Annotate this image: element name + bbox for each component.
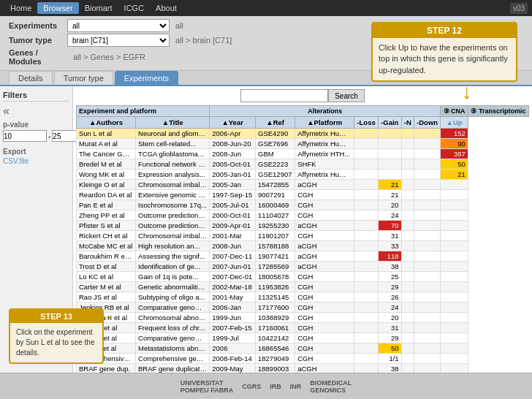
table-row[interactable]: Wong MK et al Expression analysis... 200… xyxy=(77,170,529,180)
tab-details[interactable]: Details xyxy=(9,71,53,85)
navbar-item-icgc[interactable]: ICGC xyxy=(118,2,151,14)
navbar-item-browser[interactable]: Browser xyxy=(37,2,78,14)
navbar-item-about[interactable]: About xyxy=(150,2,183,14)
cell-trans-up xyxy=(441,272,468,282)
cell-trans-n xyxy=(401,200,414,210)
cell-ref: 11325145 xyxy=(256,292,295,303)
table-row[interactable]: Murat A et al Stem cell-related... 2008-… xyxy=(77,139,529,149)
authors-header[interactable]: ▲Authors xyxy=(77,117,136,129)
cell-title: Genetic abnormalitie... xyxy=(136,282,210,292)
cell-trans-n xyxy=(401,292,414,303)
tumor-type-select[interactable]: brain [C71] xyxy=(67,34,170,47)
cell-trans-n xyxy=(401,343,414,354)
cell-ref: 11104027 xyxy=(256,210,295,221)
navbar-item-biomart[interactable]: Biomart xyxy=(79,2,118,14)
search-input[interactable] xyxy=(240,89,328,102)
navbar-item-home[interactable]: Home xyxy=(4,2,37,14)
title-header[interactable]: ▲Title xyxy=(136,117,210,129)
table-row[interactable]: Sun L et al Neuronal and glioma... 2006-… xyxy=(77,129,529,139)
trans-down-header[interactable]: -Down xyxy=(414,117,440,129)
cell-platform: Affymetrix HTH... xyxy=(295,149,354,159)
cell-trans-up: 50 xyxy=(441,159,468,170)
cell-platform: CGH xyxy=(295,333,354,343)
search-button[interactable]: Search xyxy=(328,89,365,102)
cell-cna-gain xyxy=(378,149,401,159)
cell-trans-n xyxy=(401,170,414,180)
table-row[interactable]: Brat DJ et al Frequent loss of chr... 20… xyxy=(77,323,529,333)
cell-trans-up xyxy=(441,210,468,221)
cell-trans-down xyxy=(414,190,440,200)
cell-ref: 15472855 xyxy=(256,180,295,190)
trans-n-header[interactable]: -N xyxy=(401,117,414,129)
table-row[interactable]: Lo KC et al Gain of 1q is pote... 2007-D… xyxy=(77,272,529,282)
cell-title: Chromosomal abnormal... xyxy=(136,313,210,323)
cell-title: Stem cell-related... xyxy=(136,139,210,149)
cell-cna-gain: 38 xyxy=(378,262,401,272)
cell-ref: 17160061 xyxy=(256,323,295,333)
cell-trans-n xyxy=(401,180,414,190)
cell-trans-n xyxy=(401,241,414,251)
cell-trans-up xyxy=(441,180,468,190)
table-row[interactable]: Reardon DA et al Extensive genomic ab...… xyxy=(77,190,529,200)
cell-trans-n xyxy=(401,210,414,221)
cell-year: 2000-Oct-01 xyxy=(210,210,256,221)
cell-ref: 15788188 xyxy=(256,241,295,251)
cell-ref: 19255230 xyxy=(256,221,295,231)
experiments-select[interactable]: all xyxy=(67,19,170,32)
cell-trans-down xyxy=(414,221,440,231)
cell-trans-n xyxy=(401,231,414,241)
cell-year: 1999-Jun xyxy=(210,313,256,323)
cell-authors: McCabe MC et al xyxy=(77,241,136,251)
ref-header[interactable]: ▲Ref xyxy=(256,117,295,129)
table-row[interactable]: Rao JS et al Comparative genomic... 1999… xyxy=(77,333,529,343)
cell-ref: 11953826 xyxy=(256,282,295,292)
footer-logo-5: BIOMEDICALGENOMICS xyxy=(310,379,352,394)
tab-tumor-type[interactable]: Tumor type xyxy=(54,71,113,85)
table-row[interactable]: Trost D et al Identification of ge... 20… xyxy=(77,262,529,272)
cell-authors: Wong MK et al xyxy=(77,170,136,180)
cell-trans-down xyxy=(414,262,440,272)
table-row[interactable]: Pfister S et al Outcome prediction 1... … xyxy=(77,221,529,231)
cell-cna-gain: 1/1 xyxy=(378,354,401,364)
table-row[interactable]: Tews B et al Metastatistoms abno... 2006… xyxy=(77,343,529,354)
cell-trans-up xyxy=(441,333,468,343)
platform-header[interactable]: ▲Platform xyxy=(295,117,354,129)
table-row[interactable]: Carter M et al Genetic abnormalitie... 2… xyxy=(77,282,529,292)
cell-year: 2008-Jun xyxy=(210,149,256,159)
table-row[interactable]: Bredel M et al Functional network a... 2… xyxy=(77,159,529,170)
table-row[interactable]: The Cancer Genome At TCGA glioblastoma..… xyxy=(77,149,529,159)
table-row[interactable]: Ichimura K et al Chromosomal abnormal...… xyxy=(77,313,529,323)
cell-ref: 10388929 xyxy=(256,313,295,323)
cell-title: Comprehensive genomic... xyxy=(136,354,210,364)
cell-year: 2002-Mar-18 xyxy=(210,282,256,292)
cell-trans-n xyxy=(401,333,414,343)
trans-up-header[interactable]: ▲Up xyxy=(441,117,468,129)
table-row[interactable]: Rickert CH et al Chromosomal imbalance..… xyxy=(77,231,529,241)
table-row[interactable]: Kleinge O et al Chromosomal imbalance...… xyxy=(77,180,529,190)
cell-cna-gain: 33 xyxy=(378,241,401,251)
pvalue-from-input[interactable] xyxy=(3,130,47,142)
tab-experiments[interactable]: Experiments xyxy=(115,71,178,85)
cell-trans-up: 90 xyxy=(441,139,468,149)
exp-platform-header[interactable]: Experiment and platform xyxy=(77,106,210,117)
cell-cna-loss xyxy=(354,129,379,139)
cna-loss-header[interactable]: -Loss xyxy=(354,117,379,129)
sidebar-collapse-toggle[interactable]: « xyxy=(3,104,69,118)
cell-trans-up xyxy=(441,303,468,313)
table-row[interactable]: Pan E et al Isochromosome 17q... 2005-Ju… xyxy=(77,200,529,210)
cell-trans-down xyxy=(414,272,440,282)
table-row[interactable]: Comprehensive genomic Comprehensive geno… xyxy=(77,354,529,364)
table-row[interactable]: Zheng PP et al Outcome prediction 1... 2… xyxy=(77,210,529,221)
csv-export-link[interactable]: CSV.file xyxy=(3,157,28,165)
cell-platform: CGH xyxy=(295,200,354,210)
cell-cna-loss xyxy=(354,200,379,210)
cell-platform: CGH xyxy=(295,231,354,241)
table-row[interactable]: McCabe MC et al High resolution an... 20… xyxy=(77,241,529,251)
table-row[interactable]: Baroukhim R et al Assessing the signif..… xyxy=(77,251,529,262)
table-row[interactable]: Jenkins RB et al Comparative genomic... … xyxy=(77,303,529,313)
table-row[interactable]: Rao JS et al Subtyping of oligo a... 200… xyxy=(77,292,529,303)
cell-platform: CGH xyxy=(295,272,354,282)
cna-gain-header[interactable]: -Gain xyxy=(378,117,401,129)
search-bar: Search xyxy=(76,89,529,102)
year-header[interactable]: ▲Year xyxy=(210,117,256,129)
